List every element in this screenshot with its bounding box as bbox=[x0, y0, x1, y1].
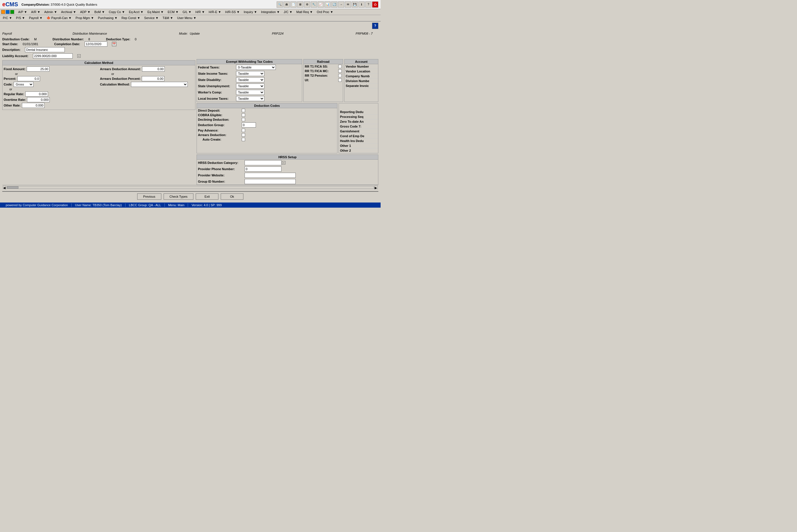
menu-jc[interactable]: J/C ▼ bbox=[282, 10, 294, 14]
arrears-deduction-checkbox[interactable] bbox=[242, 133, 245, 137]
save-icon[interactable]: 💾 bbox=[352, 1, 358, 8]
state-unemployment-select[interactable]: Taxable bbox=[236, 83, 264, 89]
rr-t1-fica-ss-checkbox[interactable] bbox=[338, 65, 342, 68]
module-name: Payroll bbox=[2, 32, 12, 35]
menu-admin[interactable]: Admin ▼ bbox=[43, 10, 59, 14]
menu-payroll[interactable]: Payroll ▼ bbox=[27, 16, 44, 20]
app-logo: eCMS bbox=[2, 1, 18, 8]
menu-archival[interactable]: Archival ▼ bbox=[59, 10, 78, 14]
declining-label: Declining Deduction: bbox=[198, 118, 241, 121]
provider-phone-input[interactable] bbox=[245, 167, 282, 172]
menu-gl[interactable]: G/L ▼ bbox=[181, 10, 193, 14]
rr-t2-pension-checkbox[interactable] bbox=[338, 74, 342, 77]
title-bar: Payroll Distribution Maintenance Mode: U… bbox=[2, 31, 378, 36]
deduction-group-row: Deduction Group: bbox=[197, 122, 337, 128]
ok-button[interactable]: Ok bbox=[221, 193, 243, 200]
power-icon[interactable]: ⏻ bbox=[372, 1, 378, 8]
menu-ap[interactable]: A/P ▼ bbox=[17, 10, 29, 14]
scroll-left-btn[interactable]: ◀ bbox=[3, 186, 6, 189]
code-select[interactable]: Gross bbox=[14, 82, 34, 87]
search-icon[interactable]: 🔍 bbox=[277, 1, 283, 8]
document-icon[interactable]: 📄 bbox=[290, 1, 297, 8]
info-icon[interactable]: ℹ bbox=[358, 1, 365, 8]
calc-method-select[interactable] bbox=[131, 82, 188, 87]
auto-create-checkbox[interactable] bbox=[242, 138, 245, 141]
rr-t1-fica-mc-checkbox[interactable] bbox=[338, 69, 342, 73]
menu-ordproc[interactable]: Ord Proc ▼ bbox=[315, 10, 335, 14]
previous-button[interactable]: Previous bbox=[137, 193, 161, 200]
completion-date-input[interactable] bbox=[84, 41, 107, 46]
menu-service[interactable]: Service ▼ bbox=[143, 16, 160, 20]
declining-checkbox[interactable] bbox=[242, 118, 245, 121]
fixed-amount-input[interactable] bbox=[27, 66, 50, 72]
calendar-icon[interactable]: 📅 bbox=[112, 42, 116, 46]
menu-payrollcan[interactable]: 🍁 Payroll-Can ▼ bbox=[45, 16, 73, 20]
menu-copyco[interactable]: Copy Co ▼ bbox=[107, 10, 127, 14]
menu-tm[interactable]: T&M ▼ bbox=[161, 16, 175, 20]
scroll-right-btn[interactable]: ▶ bbox=[374, 186, 378, 189]
menu-integration[interactable]: Integration ▼ bbox=[259, 10, 282, 14]
other-rate-label: Other Rate: bbox=[4, 104, 21, 107]
direct-deposit-checkbox[interactable] bbox=[242, 109, 245, 112]
print-icon[interactable]: 🖶 bbox=[283, 1, 290, 8]
tools-icon[interactable]: 🔧 bbox=[311, 1, 317, 8]
pay-advance-checkbox[interactable] bbox=[242, 129, 245, 132]
percent-input[interactable] bbox=[17, 76, 40, 81]
menu-repconst[interactable]: Rep Const ▼ bbox=[120, 16, 142, 20]
hrss-deduction-cat-browse[interactable]: < bbox=[282, 161, 285, 165]
check-types-button[interactable]: Check Types bbox=[164, 193, 193, 200]
monitor-icon[interactable]: 🖥 bbox=[297, 1, 303, 8]
group-id-input[interactable] bbox=[245, 179, 296, 184]
menu-eqacct[interactable]: Eq Acct ▼ bbox=[127, 10, 145, 14]
division-number: Division Numbe bbox=[344, 79, 378, 83]
hscroll-track[interactable] bbox=[7, 186, 374, 189]
arrears-pct-input[interactable] bbox=[142, 76, 165, 81]
menu-propmgm[interactable]: Prop Mgm ▼ bbox=[74, 16, 96, 20]
reporting-section: Reporting Dedu Processing Seq Zero To-da… bbox=[339, 103, 378, 153]
regular-rate-input[interactable] bbox=[25, 92, 48, 97]
menu-ecm[interactable]: ECM ▼ bbox=[166, 10, 180, 14]
state-disability-select[interactable]: Taxable bbox=[236, 77, 264, 82]
state-income-select[interactable]: Taxable bbox=[236, 71, 264, 76]
liability-input[interactable] bbox=[33, 53, 73, 58]
menu-hr[interactable]: H/R ▼ bbox=[194, 10, 207, 14]
menu-hre[interactable]: H/R-E ▼ bbox=[207, 10, 223, 14]
chart-icon[interactable]: 📊 bbox=[324, 1, 330, 8]
liability-browse-btn[interactable]: < bbox=[77, 54, 81, 58]
chart-up-icon[interactable]: 📈 bbox=[318, 1, 324, 8]
menu-pc[interactable]: P/C ▼ bbox=[1, 16, 14, 20]
menu-usermenu[interactable]: User Menu ▼ bbox=[175, 16, 198, 20]
menu-ps[interactable]: P/S ▼ bbox=[14, 16, 27, 20]
exit-button[interactable]: Exit bbox=[196, 193, 219, 200]
menu-ar[interactable]: A/R ▼ bbox=[29, 10, 42, 14]
description-input[interactable] bbox=[25, 47, 65, 52]
menu-matlreq[interactable]: Matl Req ▼ bbox=[295, 10, 315, 14]
ui-checkbox[interactable] bbox=[338, 78, 342, 82]
provider-website-input[interactable] bbox=[245, 173, 296, 178]
settings-icon[interactable]: ⚙ bbox=[304, 1, 310, 8]
refresh-icon[interactable]: 🔄 bbox=[331, 1, 338, 8]
menu-inquiry[interactable]: Inquiry ▼ bbox=[242, 10, 259, 14]
deduction-group-input[interactable] bbox=[242, 122, 256, 128]
menu-bom[interactable]: BoM ▼ bbox=[93, 10, 107, 14]
hscroll-thumb[interactable] bbox=[7, 186, 18, 189]
menu-purchasing[interactable]: Purchasing ▼ bbox=[96, 16, 119, 20]
local-income-select[interactable]: Taxable bbox=[236, 96, 264, 101]
arrears-deduction-input[interactable] bbox=[142, 66, 165, 72]
help-button[interactable]: ? bbox=[372, 23, 378, 29]
federal-taxes-select[interactable]: 0-Taxable bbox=[236, 65, 276, 70]
arrow-icon[interactable]: → bbox=[338, 1, 344, 8]
state-income-label: State Income Taxes: bbox=[198, 72, 235, 75]
menu-eqmaint[interactable]: Eq Maint ▼ bbox=[146, 10, 165, 14]
hrss-deduction-cat-input[interactable] bbox=[245, 160, 282, 165]
menu-hrss[interactable]: H/R-SS ▼ bbox=[224, 10, 242, 14]
menu-adp[interactable]: ADP ▼ bbox=[78, 10, 92, 14]
dist-code-label: Distribution Code: bbox=[2, 38, 30, 41]
overtime-rate-input[interactable] bbox=[27, 97, 50, 102]
help-icon[interactable]: ? bbox=[365, 1, 372, 8]
other-rate-input[interactable] bbox=[22, 103, 44, 108]
email-icon[interactable]: ✉ bbox=[345, 1, 351, 8]
main-content: Payroll Distribution Maintenance Mode: U… bbox=[0, 30, 381, 203]
cobra-checkbox[interactable] bbox=[242, 113, 245, 117]
workers-comp-select[interactable]: Taxable bbox=[236, 90, 264, 95]
